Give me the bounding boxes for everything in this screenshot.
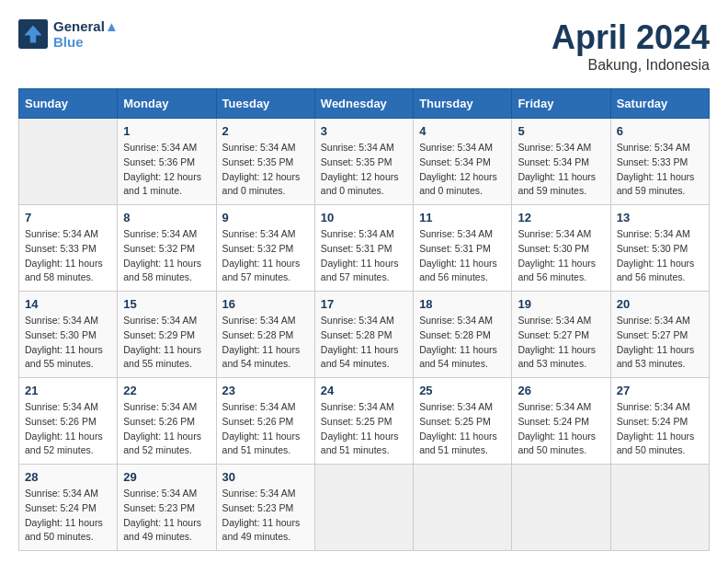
calendar-cell: 7Sunrise: 5:34 AMSunset: 5:33 PMDaylight… — [19, 205, 118, 292]
day-info: Sunrise: 5:34 AMSunset: 5:24 PMDaylight:… — [617, 400, 703, 458]
calendar-cell — [414, 465, 512, 551]
day-info: Sunrise: 5:34 AMSunset: 5:35 PMDaylight:… — [222, 141, 309, 199]
calendar-cell: 15Sunrise: 5:34 AMSunset: 5:29 PMDayligh… — [118, 292, 216, 378]
calendar-cell: 11Sunrise: 5:34 AMSunset: 5:31 PMDayligh… — [414, 205, 512, 292]
day-number: 8 — [123, 211, 210, 224]
day-info: Sunrise: 5:34 AMSunset: 5:26 PMDaylight:… — [123, 400, 210, 458]
calendar-cell: 10Sunrise: 5:34 AMSunset: 5:31 PMDayligh… — [314, 205, 413, 292]
day-number: 2 — [222, 124, 309, 138]
calendar-cell — [19, 119, 118, 205]
day-info: Sunrise: 5:34 AMSunset: 5:23 PMDaylight:… — [123, 487, 210, 545]
calendar-cell: 12Sunrise: 5:34 AMSunset: 5:30 PMDayligh… — [512, 205, 610, 292]
header-tuesday: Tuesday — [216, 89, 314, 119]
calendar-cell: 5Sunrise: 5:34 AMSunset: 5:34 PMDaylight… — [512, 119, 610, 205]
day-info: Sunrise: 5:34 AMSunset: 5:30 PMDaylight:… — [617, 227, 703, 285]
day-number: 27 — [617, 384, 703, 397]
day-number: 22 — [123, 384, 210, 397]
week-row-4: 21Sunrise: 5:34 AMSunset: 5:26 PMDayligh… — [19, 378, 710, 465]
week-row-2: 7Sunrise: 5:34 AMSunset: 5:33 PMDaylight… — [19, 205, 710, 292]
day-info: Sunrise: 5:34 AMSunset: 5:35 PMDaylight:… — [321, 141, 407, 199]
day-number: 4 — [419, 124, 506, 138]
day-info: Sunrise: 5:34 AMSunset: 5:30 PMDaylight:… — [25, 314, 111, 372]
logo-icon — [18, 19, 48, 49]
calendar-cell: 18Sunrise: 5:34 AMSunset: 5:28 PMDayligh… — [414, 292, 512, 378]
day-number: 23 — [222, 384, 309, 397]
day-number: 1 — [123, 124, 210, 138]
day-info: Sunrise: 5:34 AMSunset: 5:27 PMDaylight:… — [617, 314, 703, 372]
day-info: Sunrise: 5:34 AMSunset: 5:33 PMDaylight:… — [25, 227, 111, 285]
day-number: 16 — [222, 297, 309, 311]
header-saturday: Saturday — [610, 89, 709, 119]
day-number: 20 — [617, 297, 703, 311]
day-info: Sunrise: 5:34 AMSunset: 5:24 PMDaylight:… — [518, 400, 604, 458]
calendar-cell: 1Sunrise: 5:34 AMSunset: 5:36 PMDaylight… — [118, 119, 216, 205]
day-info: Sunrise: 5:34 AMSunset: 5:29 PMDaylight:… — [123, 314, 210, 372]
calendar-cell: 8Sunrise: 5:34 AMSunset: 5:32 PMDaylight… — [118, 205, 216, 292]
month-title: April 2024 — [552, 18, 710, 57]
day-number: 30 — [222, 470, 309, 484]
day-info: Sunrise: 5:34 AMSunset: 5:24 PMDaylight:… — [25, 487, 111, 545]
calendar-cell: 3Sunrise: 5:34 AMSunset: 5:35 PMDaylight… — [314, 119, 413, 205]
calendar-cell: 25Sunrise: 5:34 AMSunset: 5:25 PMDayligh… — [414, 378, 512, 465]
day-number: 17 — [321, 297, 407, 311]
day-number: 21 — [25, 384, 111, 397]
day-number: 12 — [518, 211, 604, 224]
calendar-cell: 23Sunrise: 5:34 AMSunset: 5:26 PMDayligh… — [216, 378, 314, 465]
calendar-cell: 17Sunrise: 5:34 AMSunset: 5:28 PMDayligh… — [314, 292, 413, 378]
calendar-cell: 6Sunrise: 5:34 AMSunset: 5:33 PMDaylight… — [610, 119, 709, 205]
day-number: 13 — [617, 211, 703, 224]
calendar-cell: 21Sunrise: 5:34 AMSunset: 5:26 PMDayligh… — [19, 378, 118, 465]
calendar-cell: 28Sunrise: 5:34 AMSunset: 5:24 PMDayligh… — [19, 465, 118, 551]
day-number: 5 — [518, 124, 604, 138]
day-number: 19 — [518, 297, 604, 311]
week-row-5: 28Sunrise: 5:34 AMSunset: 5:24 PMDayligh… — [19, 465, 710, 551]
day-number: 28 — [25, 470, 111, 484]
day-number: 26 — [518, 384, 604, 397]
day-number: 10 — [321, 211, 407, 224]
calendar-cell: 9Sunrise: 5:34 AMSunset: 5:32 PMDaylight… — [216, 205, 314, 292]
day-info: Sunrise: 5:34 AMSunset: 5:25 PMDaylight:… — [321, 400, 407, 458]
header-wednesday: Wednesday — [314, 89, 413, 119]
day-info: Sunrise: 5:34 AMSunset: 5:36 PMDaylight:… — [123, 141, 210, 199]
calendar-cell — [314, 465, 413, 551]
day-info: Sunrise: 5:34 AMSunset: 5:23 PMDaylight:… — [222, 487, 309, 545]
day-info: Sunrise: 5:34 AMSunset: 5:25 PMDaylight:… — [419, 400, 506, 458]
day-number: 18 — [419, 297, 506, 311]
calendar-cell: 22Sunrise: 5:34 AMSunset: 5:26 PMDayligh… — [118, 378, 216, 465]
day-info: Sunrise: 5:34 AMSunset: 5:32 PMDaylight:… — [123, 227, 210, 285]
day-number: 24 — [321, 384, 407, 397]
header-thursday: Thursday — [414, 89, 512, 119]
location: Bakung, Indonesia — [552, 57, 710, 74]
day-info: Sunrise: 5:34 AMSunset: 5:33 PMDaylight:… — [617, 141, 703, 199]
logo: General▲ Blue — [18, 18, 119, 50]
header-monday: Monday — [118, 89, 216, 119]
day-number: 15 — [123, 297, 210, 311]
calendar-cell: 19Sunrise: 5:34 AMSunset: 5:27 PMDayligh… — [512, 292, 610, 378]
logo-text: General▲ Blue — [53, 18, 119, 50]
day-info: Sunrise: 5:34 AMSunset: 5:26 PMDaylight:… — [25, 400, 111, 458]
week-row-3: 14Sunrise: 5:34 AMSunset: 5:30 PMDayligh… — [19, 292, 710, 378]
calendar-cell: 4Sunrise: 5:34 AMSunset: 5:34 PMDaylight… — [414, 119, 512, 205]
day-info: Sunrise: 5:34 AMSunset: 5:32 PMDaylight:… — [222, 227, 309, 285]
day-number: 11 — [419, 211, 506, 224]
day-info: Sunrise: 5:34 AMSunset: 5:26 PMDaylight:… — [222, 400, 309, 458]
day-info: Sunrise: 5:34 AMSunset: 5:27 PMDaylight:… — [518, 314, 604, 372]
calendar-cell: 24Sunrise: 5:34 AMSunset: 5:25 PMDayligh… — [314, 378, 413, 465]
calendar-cell — [512, 465, 610, 551]
day-info: Sunrise: 5:34 AMSunset: 5:31 PMDaylight:… — [419, 227, 506, 285]
calendar-cell: 30Sunrise: 5:34 AMSunset: 5:23 PMDayligh… — [216, 465, 314, 551]
day-number: 14 — [25, 297, 111, 311]
day-number: 7 — [25, 211, 111, 224]
day-info: Sunrise: 5:34 AMSunset: 5:28 PMDaylight:… — [321, 314, 407, 372]
day-info: Sunrise: 5:34 AMSunset: 5:28 PMDaylight:… — [419, 314, 506, 372]
calendar-cell: 29Sunrise: 5:34 AMSunset: 5:23 PMDayligh… — [118, 465, 216, 551]
day-info: Sunrise: 5:34 AMSunset: 5:31 PMDaylight:… — [321, 227, 407, 285]
header-friday: Friday — [512, 89, 610, 119]
day-number: 6 — [617, 124, 703, 138]
calendar-cell: 27Sunrise: 5:34 AMSunset: 5:24 PMDayligh… — [610, 378, 709, 465]
title-block: April 2024 Bakung, Indonesia — [552, 18, 710, 74]
day-info: Sunrise: 5:34 AMSunset: 5:34 PMDaylight:… — [518, 141, 604, 199]
calendar-cell: 2Sunrise: 5:34 AMSunset: 5:35 PMDaylight… — [216, 119, 314, 205]
day-info: Sunrise: 5:34 AMSunset: 5:30 PMDaylight:… — [518, 227, 604, 285]
calendar-cell: 20Sunrise: 5:34 AMSunset: 5:27 PMDayligh… — [610, 292, 709, 378]
